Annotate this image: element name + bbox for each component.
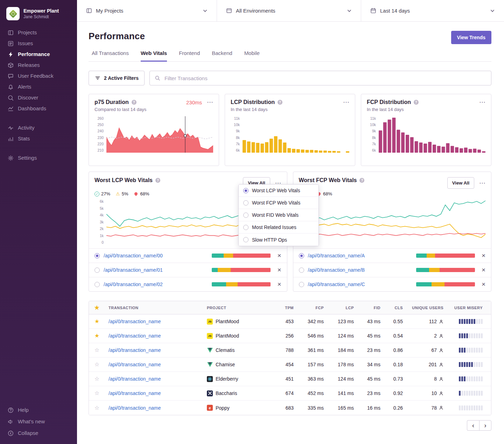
transaction-link[interactable]: /api/0/transaction_name/00 [104, 253, 163, 258]
vitals-distribution-bar [212, 268, 271, 272]
transaction-link[interactable]: /api/0/transaction_name/B [308, 267, 365, 273]
radio-button[interactable] [299, 282, 304, 287]
ellipsis-menu-icon[interactable]: ⋯ [343, 99, 349, 105]
transaction-link[interactable]: /api/0/transaction_name/C [308, 282, 365, 287]
sidebar-item-projects[interactable]: Projects [0, 27, 77, 38]
question-icon[interactable]: ? [278, 100, 282, 105]
sidebar-item-what-s-new[interactable]: What's new [0, 416, 77, 428]
dropdown-option-worst-fcp-web-vitals[interactable]: Worst FCP Web Vitals [239, 197, 318, 209]
star-column-header[interactable]: ★ [89, 305, 105, 311]
column-header-unique-users[interactable]: UNIQUE USERS [406, 306, 447, 310]
star-toggle[interactable]: ☆ [89, 347, 105, 353]
sidebar-item-discover[interactable]: Discover [0, 92, 77, 103]
previous-page-button[interactable]: ‹ [467, 420, 479, 431]
close-icon[interactable]: × [277, 282, 281, 287]
column-header-project[interactable]: PROJECT [203, 306, 273, 310]
tab-all-transactions[interactable]: All Transactions [92, 50, 129, 62]
view-trends-button[interactable]: View Trends [451, 31, 491, 44]
column-header-lcp[interactable]: LCP [327, 306, 357, 310]
environment-filter-dropdown[interactable]: All Environments [217, 0, 361, 21]
column-header-fid[interactable]: FID [357, 306, 384, 310]
lcp-value: 178 ms [327, 362, 357, 367]
ellipsis-menu-icon[interactable]: ⋯ [479, 99, 485, 105]
transaction-link[interactable]: /api/0/transaction_name [108, 362, 161, 367]
star-toggle[interactable]: ★ [89, 319, 105, 324]
ellipsis-menu-icon[interactable]: ⋯ [207, 99, 213, 105]
star-toggle[interactable]: ★ [89, 333, 105, 339]
transaction-link[interactable]: /api/0/transaction_name/02 [104, 282, 163, 287]
transaction-link[interactable]: /api/0/transaction_name [108, 319, 161, 324]
dropdown-option-worst-lcp-web-vitals[interactable]: Worst LCP Web Vitals [239, 185, 318, 197]
dropdown-option-worst-fid-web-vitals[interactable]: Worst FID Web Vitals [239, 209, 318, 221]
column-header-tpm[interactable]: TPM [273, 306, 297, 310]
sidebar-item-dashboards[interactable]: Dashboards [0, 103, 77, 114]
sidebar-item-settings[interactable]: Settings [0, 153, 77, 164]
active-filters-button[interactable]: 2 Active Filters [89, 71, 145, 85]
transaction-cell: /api/0/transaction_name [105, 405, 203, 411]
star-toggle[interactable]: ☆ [89, 405, 105, 411]
next-page-button[interactable]: › [479, 420, 491, 431]
close-icon[interactable]: × [277, 267, 281, 272]
sidebar-item-releases[interactable]: Releases [0, 60, 77, 71]
sidebar-item-user-feedback[interactable]: User Feedback [0, 71, 77, 82]
transaction-link[interactable]: /api/0/transaction_name [108, 390, 161, 396]
dropdown-option-slow-http-ops[interactable]: Slow HTTP Ops [239, 234, 318, 246]
ellipsis-menu-icon[interactable]: ⋯ [479, 180, 485, 186]
close-icon[interactable]: × [482, 253, 485, 258]
dropdown-option-most-related-issues[interactable]: Most Related Issues [239, 221, 318, 234]
close-icon[interactable]: × [482, 267, 485, 272]
radio-button[interactable] [94, 268, 100, 273]
radio-button[interactable] [299, 268, 304, 273]
question-icon[interactable]: ? [359, 178, 364, 183]
view-all-button[interactable]: View All [447, 177, 474, 189]
close-icon[interactable]: × [482, 282, 485, 287]
user-icon [439, 377, 443, 381]
transaction-link[interactable]: /api/0/transaction_name/A [308, 253, 365, 258]
column-header-fcp[interactable]: FCP [297, 306, 327, 310]
tab-backend[interactable]: Backend [212, 50, 232, 62]
sidebar-item-performance[interactable]: Performance [0, 49, 77, 60]
sidebar-item-label: Dashboards [18, 106, 46, 112]
transaction-link[interactable]: /api/0/transaction_name [108, 347, 161, 353]
question-icon[interactable]: ? [414, 100, 419, 105]
close-icon[interactable]: × [277, 253, 281, 258]
sidebar-item-help[interactable]: Help [0, 404, 77, 416]
tab-frontend[interactable]: Frontend [179, 50, 200, 62]
issues-icon [8, 41, 14, 47]
fcp-value: 363 ms [297, 376, 327, 382]
project-cell: Chamise [203, 362, 273, 368]
search-input[interactable] [150, 75, 491, 81]
transaction-link[interactable]: /api/0/transaction_name [108, 376, 161, 382]
tab-web-vitals[interactable]: Web Vitals [141, 50, 167, 62]
date-range-dropdown[interactable]: Last 14 days [361, 0, 504, 21]
radio-button[interactable] [94, 282, 100, 287]
sidebar-item-alerts[interactable]: Alerts [0, 82, 77, 92]
transaction-link[interactable]: /api/0/transaction_name/01 [104, 267, 163, 273]
sidebar-item-activity[interactable]: Activity [0, 123, 77, 133]
radio-button[interactable] [299, 253, 304, 258]
org-text: Empower Plant Jane Schmidt [23, 8, 59, 20]
lcp-distribution-card: LCP Distribution ? ⋯ In the last 14 days… [225, 94, 355, 166]
card-title: Worst FCP Web Vitals [299, 177, 357, 183]
transaction-link[interactable]: /api/0/transaction_name [108, 405, 161, 411]
column-header-transaction[interactable]: TRANSACTION [105, 306, 203, 310]
radio-button[interactable] [94, 253, 100, 258]
axis-tick: 220 [94, 142, 104, 146]
star-toggle[interactable]: ☆ [89, 376, 105, 382]
star-toggle[interactable]: ☆ [89, 390, 105, 396]
tab-mobile[interactable]: Mobile [244, 50, 260, 62]
sidebar-item-issues[interactable]: Issues [0, 38, 77, 49]
transaction-link[interactable]: /api/0/transaction_name [108, 333, 161, 339]
column-header-cls[interactable]: CLS [384, 306, 406, 310]
question-icon[interactable]: ? [155, 178, 160, 183]
project-filter-dropdown[interactable]: My Projects [77, 0, 217, 21]
star-empty-icon: ☆ [94, 390, 99, 396]
sidebar-item-label: User Feedback [18, 73, 54, 79]
sidebar-item-stats[interactable]: Stats [0, 133, 77, 144]
org-switcher[interactable]: Empower Plant Jane Schmidt [0, 5, 77, 27]
question-icon[interactable]: ? [132, 100, 136, 105]
star-toggle[interactable]: ☆ [89, 362, 105, 367]
column-header-user-misery[interactable]: USER MISERY [447, 306, 491, 310]
vitals-distribution-bar [416, 268, 475, 272]
sidebar-item-collapse[interactable]: Collapse [0, 428, 77, 439]
